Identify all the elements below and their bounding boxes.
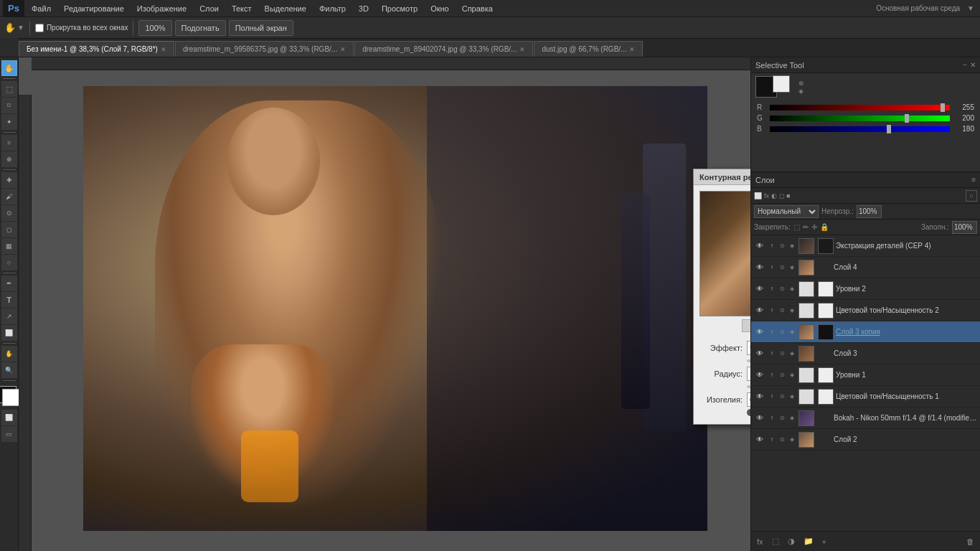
layer-3-fx[interactable]: f <box>768 306 776 315</box>
layer-1-extra[interactable]: ◈ <box>788 263 796 272</box>
layer-filter-type[interactable]: ⬜ <box>754 192 762 199</box>
tool-magic-wand[interactable]: ✦ <box>1 114 17 130</box>
tab-1[interactable]: dreamstime_m_99586375.jpg @ 33,3% (RGB/.… <box>175 41 354 57</box>
layer-1-fx[interactable]: f <box>768 263 776 272</box>
layer-8-fx[interactable]: f <box>768 414 776 423</box>
layer-0-visibility[interactable]: 👁 <box>754 240 765 252</box>
opacity-input[interactable] <box>857 205 882 218</box>
layer-0-extra[interactable]: ◈ <box>788 242 796 250</box>
lock-all[interactable]: 🔒 <box>820 223 829 231</box>
eyedropper-icon[interactable]: ⊕ <box>798 80 804 87</box>
layer-3-extra[interactable]: ◈ <box>788 306 796 315</box>
tool-zoom[interactable]: 🔍 <box>1 362 17 378</box>
tool-screen-mode[interactable]: ▭ <box>1 426 17 442</box>
tab-0[interactable]: Без имени-1 @ 38,3% (Слой 7, RGB/8*) ✕ <box>19 41 174 57</box>
layer-8-extra[interactable]: ◈ <box>788 414 796 423</box>
unsharp-mask-dialog[interactable]: Контурная резкость ✕ − 100% + ОК О <box>693 169 750 425</box>
effect-input[interactable] <box>747 341 750 355</box>
layer-filter-effect[interactable]: fx <box>764 192 769 199</box>
g-bar-container[interactable] <box>770 116 950 121</box>
b-slider-thumb[interactable] <box>887 125 891 133</box>
canvas-area[interactable]: Контурная резкость ✕ − 100% + ОК О <box>19 57 750 551</box>
zoom-value-btn[interactable]: 100% <box>138 20 171 36</box>
layer-7-fx[interactable]: f <box>768 392 776 401</box>
layer-3-visibility[interactable]: 👁 <box>754 305 765 316</box>
menu-3d[interactable]: 3D <box>353 3 374 14</box>
menu-file[interactable]: Файл <box>26 3 57 14</box>
menu-edit[interactable]: Редактирование <box>58 3 130 14</box>
layer-4-extra[interactable]: ◈ <box>788 328 796 336</box>
layer-2-extra[interactable]: ◈ <box>788 285 796 293</box>
tool-eyedropper[interactable]: ⊕ <box>1 151 17 167</box>
color-swatch-bg[interactable] <box>773 75 790 93</box>
tool-quickmask[interactable]: ⬜ <box>1 410 17 425</box>
tool-dodge[interactable]: ○ <box>1 255 17 270</box>
tool-heal[interactable]: ✚ <box>1 172 17 188</box>
radius-input[interactable] <box>747 367 750 381</box>
add-style-btn[interactable]: fx <box>754 536 766 547</box>
tool-hand[interactable]: ✋ <box>1 346 17 362</box>
menu-window[interactable]: Окно <box>425 3 455 14</box>
izogelia-slider[interactable] <box>747 411 750 414</box>
layer-filter-toggle[interactable]: ○ <box>966 190 977 202</box>
layer-row-4[interactable]: 👁 f ⊙ ◈ Слой 3 копия <box>751 321 980 343</box>
radius-slider[interactable] <box>747 385 750 388</box>
tab-1-close[interactable]: ✕ <box>340 46 346 53</box>
layer-row-8[interactable]: 👁 f ⊙ ◈ Bokah - Nikon 50mm f/1.4 @ f/1.4… <box>751 408 980 429</box>
layer-5-mask-link[interactable]: ⊙ <box>778 349 786 358</box>
tool-lasso[interactable]: ⌑ <box>1 98 17 113</box>
layer-9-extra[interactable]: ◈ <box>788 435 796 444</box>
menu-image[interactable]: Изображение <box>131 3 192 14</box>
dialog-preview-image[interactable] <box>699 191 750 316</box>
zoom-out-btn[interactable]: − <box>742 319 750 332</box>
tool-crop[interactable]: ⌗ <box>1 135 17 151</box>
layer-6-extra[interactable]: ◈ <box>788 371 796 380</box>
delete-layer-btn[interactable]: 🗑 <box>963 536 977 547</box>
lock-position[interactable]: ✛ <box>811 223 817 231</box>
layer-row-6[interactable]: 👁 f ⊙ ◈ Уровни 1 <box>751 364 980 386</box>
menu-view[interactable]: Просмотр <box>376 3 423 14</box>
lock-pixels[interactable]: ✏ <box>803 223 809 231</box>
add-mask-btn[interactable]: ⬚ <box>769 535 782 547</box>
layer-6-mask-link[interactable]: ⊙ <box>778 371 786 380</box>
layer-row-5[interactable]: 👁 f ⊙ ◈ Слой 3 <box>751 343 980 364</box>
layer-row-2[interactable]: 👁 f ⊙ ◈ Уровни 2 <box>751 278 980 300</box>
layer-5-extra[interactable]: ◈ <box>788 349 796 358</box>
tab-2-close[interactable]: ✕ <box>519 46 525 53</box>
layer-1-visibility[interactable]: 👁 <box>754 262 765 273</box>
layer-row-0[interactable]: 👁 f ⊙ ◈ Экстракция деталей (СЕР 4) <box>751 235 980 257</box>
tab-3[interactable]: dust.jpg @ 66,7% (RGB/... ✕ <box>534 41 643 57</box>
layer-9-fx[interactable]: f <box>768 435 776 444</box>
scroll-all-windows-check[interactable] <box>35 24 44 32</box>
tool-eraser[interactable]: ◻ <box>1 222 17 237</box>
menu-layers[interactable]: Слои <box>194 3 225 14</box>
tool-brush[interactable]: 🖌 <box>1 189 17 204</box>
layer-filter-attr[interactable]: ◻ <box>779 192 784 199</box>
layer-2-visibility[interactable]: 👁 <box>754 283 765 295</box>
blend-mode-select[interactable]: Нормальный <box>754 205 819 218</box>
g-slider-thumb[interactable] <box>905 114 909 123</box>
layer-7-mask-link[interactable]: ⊙ <box>778 392 786 401</box>
layer-row-1[interactable]: 👁 f ⊙ ◈ Слой 4 <box>751 257 980 278</box>
menu-filter[interactable]: Фильтр <box>314 3 352 14</box>
tool-gradient[interactable]: ▦ <box>1 238 17 254</box>
izogelia-slider-thumb[interactable] <box>747 409 750 416</box>
fill-input[interactable] <box>952 221 977 234</box>
tab-0-close[interactable]: ✕ <box>161 46 166 53</box>
tool-move[interactable]: ✋ <box>1 60 17 76</box>
tab-3-close[interactable]: ✕ <box>629 46 635 53</box>
layer-9-visibility[interactable]: 👁 <box>754 434 765 446</box>
fit-btn[interactable]: Подогнать <box>175 20 226 36</box>
add-adjustment-btn[interactable]: ◑ <box>785 535 798 547</box>
layer-row-3[interactable]: 👁 f ⊙ ◈ Цветовой тон/Насыщенность 2 <box>751 300 980 321</box>
lock-transparent[interactable]: ⬚ <box>793 223 800 231</box>
layer-9-mask-link[interactable]: ⊙ <box>778 435 786 444</box>
layer-5-fx[interactable]: f <box>768 349 776 358</box>
layer-2-fx[interactable]: f <box>768 285 776 293</box>
layer-0-mask-link[interactable]: ⊙ <box>778 242 786 250</box>
layer-8-visibility[interactable]: 👁 <box>754 413 765 424</box>
layer-2-mask-link[interactable]: ⊙ <box>778 285 786 293</box>
tool-clone[interactable]: ⊙ <box>1 205 17 221</box>
tool-text[interactable]: T <box>1 292 17 308</box>
layer-7-visibility[interactable]: 👁 <box>754 391 765 402</box>
